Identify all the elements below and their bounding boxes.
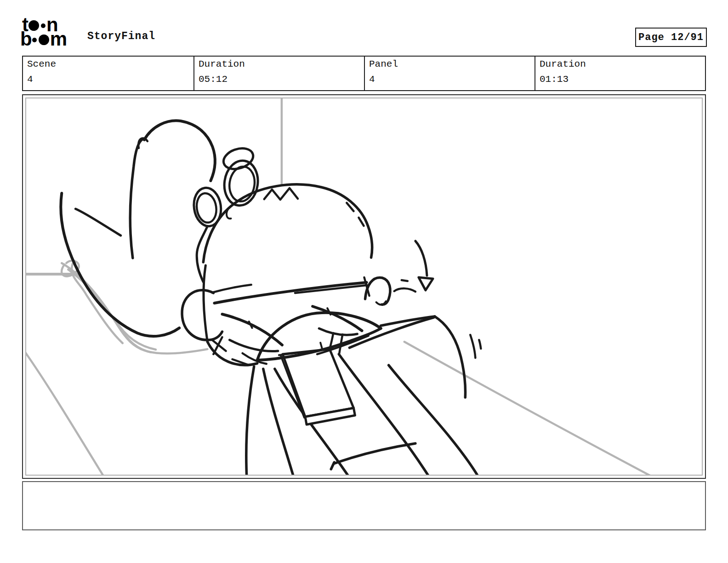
brow-line	[214, 282, 366, 303]
motion-tick	[470, 335, 475, 358]
hair-arc-dome	[144, 121, 215, 181]
arm-curve	[435, 316, 465, 397]
panel-duration-label: Duration	[540, 58, 705, 70]
head-snag	[227, 209, 231, 218]
info-cell-panel: Panel 4	[364, 57, 535, 90]
arrow-stem	[415, 241, 427, 276]
motion-arrow	[394, 241, 433, 292]
hair-accent	[75, 209, 120, 236]
cheek-line	[204, 265, 207, 342]
hair-curl-tail	[197, 226, 207, 282]
panel-label: Panel	[369, 58, 535, 70]
storyboard-panel-frame	[22, 94, 706, 479]
hair-spikes	[264, 188, 298, 200]
floor-line	[26, 352, 103, 475]
blanket-fold	[334, 443, 415, 464]
caption-box	[22, 481, 706, 530]
nostril	[376, 301, 386, 304]
chaise-edge-line	[404, 342, 650, 475]
book-corner-tick	[320, 343, 322, 349]
right-eye-lower-lid	[319, 328, 357, 335]
storyboard-panel	[25, 98, 703, 476]
hair-arc-left	[130, 139, 143, 258]
motion-dash	[402, 280, 408, 281]
right-eye-upper-lid	[313, 306, 362, 331]
arrow-head	[419, 277, 433, 290]
head-outline	[203, 184, 372, 262]
blanket-line	[263, 369, 293, 475]
storyboard-page: tn bm StoryFinal Page 12/91 Scene 4 Dura…	[0, 0, 728, 563]
panel-value: 4	[369, 74, 535, 86]
storyboard-sketch	[26, 98, 702, 475]
scene-duration-label: Duration	[199, 58, 364, 70]
info-cell-scene-duration: Duration 05:12	[193, 57, 364, 90]
brow-echo	[212, 285, 251, 293]
head-tick	[358, 218, 364, 226]
page-number-label: Page 12/91	[638, 32, 704, 43]
info-cell-panel-duration: Duration 01:13	[535, 57, 705, 90]
panel-duration-value: 01:13	[540, 74, 705, 86]
scene-label: Scene	[27, 58, 193, 70]
jaw-line	[207, 342, 257, 365]
logo-row-bottom: bm	[20, 33, 82, 47]
left-eye-lower-lid	[230, 340, 278, 351]
toonboom-logo: tn bm	[22, 18, 82, 47]
motion-lines	[470, 335, 481, 358]
chair-scribble	[68, 270, 151, 352]
blanket-line	[246, 367, 254, 475]
scene-duration-value: 05:12	[199, 74, 364, 86]
document-title: StoryFinal	[87, 30, 155, 42]
motion-curve	[394, 288, 415, 292]
page-number-box: Page 12/91	[635, 28, 707, 47]
motion-tick	[479, 340, 481, 349]
info-cell-scene: Scene 4	[23, 57, 193, 90]
scene-value: 4	[27, 74, 193, 86]
info-row: Scene 4 Duration 05:12 Panel 4 Duration …	[22, 56, 706, 91]
chest-top-line	[349, 317, 434, 348]
ear	[182, 290, 222, 340]
